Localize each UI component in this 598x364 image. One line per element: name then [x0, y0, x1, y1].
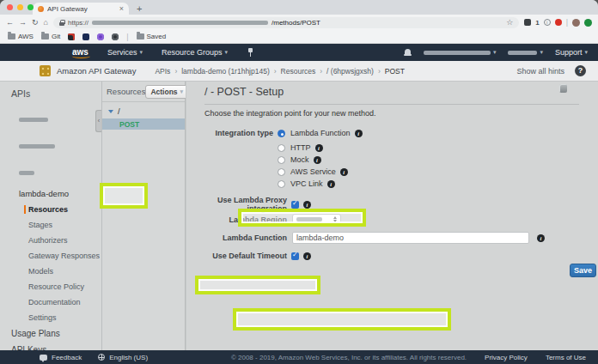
tree-post-method[interactable]: POST	[102, 118, 185, 130]
option-lambda-function[interactable]: Lambda Function	[290, 129, 351, 137]
option-vpc-link[interactable]: VPC Link	[290, 179, 323, 188]
language-selector[interactable]: English (US)	[109, 354, 148, 361]
bookmark-favicon[interactable]	[97, 33, 104, 40]
tab-close-icon[interactable]: ×	[119, 5, 124, 13]
toolbar-separator: |	[566, 18, 568, 27]
feedback-link[interactable]: Feedback	[52, 354, 82, 361]
integration-type-label: Integration type	[186, 129, 273, 137]
option-aws-service[interactable]: AWS Service	[290, 167, 336, 176]
sidebar-item-resources[interactable]: Resources	[24, 205, 101, 214]
option-http[interactable]: HTTP	[290, 143, 311, 152]
sidebar-item-models[interactable]: Models	[28, 267, 101, 276]
help-icon[interactable]: ?	[575, 65, 586, 76]
info-icon[interactable]	[303, 252, 311, 260]
lambda-region-label: Lambda Region	[186, 215, 287, 224]
redacted-account	[424, 51, 491, 55]
info-icon[interactable]	[303, 201, 311, 209]
back-icon[interactable]: ←	[6, 18, 14, 27]
info-icon[interactable]	[314, 156, 321, 164]
breadcrumb-api[interactable]: lambda-demo (1r1hhjp145)	[181, 67, 276, 76]
bookmarks-separator: |	[126, 33, 128, 41]
region-menu[interactable]	[508, 49, 543, 56]
sidebar-collapse-handle[interactable]: ‹	[95, 110, 101, 132]
proxy-integration-label: Use Lambda Proxy integration	[186, 196, 287, 213]
option-mock[interactable]: Mock	[290, 155, 309, 164]
tab-title: API Gateway	[47, 5, 116, 13]
terms-of-use-link[interactable]: Terms of Use	[546, 354, 586, 361]
save-button[interactable]: Save	[570, 264, 596, 277]
sidebar-item-lambda-demo[interactable]: lambda-demo	[19, 189, 101, 198]
info-icon[interactable]	[537, 234, 545, 242]
info-icon[interactable]	[355, 130, 363, 137]
bookmark-folder-aws[interactable]: AWS	[8, 33, 34, 40]
extension-info-icon[interactable]: i	[544, 19, 551, 26]
folder-icon	[8, 33, 15, 39]
breadcrumb-resources[interactable]: Resources	[281, 67, 322, 76]
profile-avatar[interactable]	[572, 19, 580, 27]
browser-tab-strip: API Gateway × +	[0, 0, 598, 15]
breadcrumb-apis[interactable]: APIs	[155, 67, 177, 76]
bookmark-folder-git[interactable]: Git	[41, 33, 60, 40]
window-close-button[interactable]	[7, 4, 13, 10]
sidebar-item-documentation[interactable]: Documentation	[28, 298, 101, 306]
address-bar[interactable]: https:// /methods/POST ☆	[53, 17, 519, 28]
url-path: /methods/POST	[272, 19, 320, 27]
window-zoom-button[interactable]	[27, 4, 34, 10]
resource-groups-menu[interactable]: Resource Groups	[162, 48, 228, 57]
services-menu[interactable]: Services	[107, 48, 143, 57]
radio-vpc-link[interactable]	[278, 180, 285, 188]
extension-red-icon[interactable]	[555, 19, 562, 26]
default-timeout-checkbox[interactable]	[291, 252, 299, 260]
hint-icon[interactable]	[559, 84, 567, 93]
redacted-api-name[interactable]	[19, 118, 48, 122]
reload-icon[interactable]: ↻	[32, 18, 39, 27]
proxy-integration-checkbox[interactable]	[291, 201, 299, 209]
sidebar-item-stages[interactable]: Stages	[28, 221, 101, 229]
extension-1password-icon[interactable]: 1	[535, 19, 539, 27]
breadcrumb-root-resource[interactable]: / (6hpwsjgxsh)	[326, 67, 381, 76]
sidebar-item-authorizers[interactable]: Authorizers	[28, 236, 101, 245]
breadcrumb: APIs lambda-demo (1r1hhjp145) Resources …	[155, 67, 404, 76]
notifications-bell-icon[interactable]	[404, 48, 412, 57]
sidebar-item-resource-policy[interactable]: Resource Policy	[28, 282, 101, 291]
radio-aws-service[interactable]	[278, 168, 285, 176]
radio-http[interactable]	[278, 144, 285, 152]
home-icon[interactable]: ⌂	[44, 18, 48, 27]
sidebar-item-gateway-responses[interactable]: Gateway Responses	[28, 252, 101, 260]
window-controls	[7, 4, 34, 10]
bookmark-favicon[interactable]	[112, 33, 119, 40]
extension-green-icon[interactable]	[584, 19, 592, 27]
page-title: / - POST - Setup	[204, 86, 284, 98]
bookmark-star-icon[interactable]: ☆	[506, 18, 513, 27]
bookmark-folder-saved[interactable]: Saved	[137, 33, 167, 40]
lambda-region-select[interactable]	[292, 214, 341, 225]
browser-tab[interactable]: API Gateway ×	[33, 3, 129, 15]
info-icon[interactable]	[327, 180, 335, 188]
redacted-api-name[interactable]	[19, 144, 55, 149]
new-tab-button[interactable]: +	[137, 3, 142, 15]
bookmark-favicon[interactable]	[68, 33, 75, 40]
info-icon[interactable]	[315, 144, 323, 152]
window-minimize-button[interactable]	[17, 4, 23, 10]
sidebar-item-settings[interactable]: Settings	[28, 313, 101, 322]
extension-shield-icon[interactable]	[524, 19, 531, 26]
redacted-api-name[interactable]	[19, 171, 34, 175]
sidebar-item-usage-plans[interactable]: Usage Plans	[11, 329, 101, 338]
radio-lambda-function[interactable]	[278, 130, 285, 137]
service-name[interactable]: Amazon API Gateway	[57, 66, 136, 76]
sidebar-heading-apis[interactable]: APIs	[11, 88, 101, 99]
account-menu[interactable]	[424, 49, 497, 56]
tree-expand-icon[interactable]	[108, 110, 113, 113]
actions-button[interactable]: Actions	[145, 85, 188, 99]
pin-icon[interactable]	[247, 48, 253, 57]
bookmark-favicon[interactable]	[82, 33, 89, 40]
support-menu[interactable]: Support	[555, 48, 588, 57]
forward-icon[interactable]: →	[19, 18, 27, 27]
lambda-function-input[interactable]	[292, 232, 529, 244]
info-icon[interactable]	[340, 168, 348, 176]
privacy-policy-link[interactable]: Privacy Policy	[485, 354, 528, 361]
show-all-hints-link[interactable]: Show all hints	[516, 67, 564, 76]
aws-logo[interactable]: aws	[72, 47, 88, 58]
radio-mock[interactable]	[278, 156, 285, 164]
tree-root-resource[interactable]: /	[102, 106, 185, 117]
